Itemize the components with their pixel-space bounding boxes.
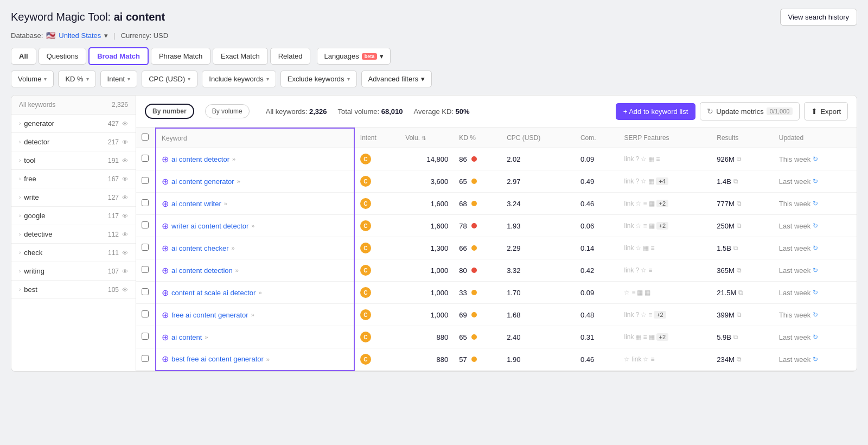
eye-icon[interactable]: 👁 <box>122 231 128 238</box>
copy-icon[interactable]: ⧉ <box>737 266 742 274</box>
eye-icon[interactable]: 👁 <box>122 120 128 127</box>
row-checkbox-cell[interactable] <box>136 326 156 348</box>
add-keyword-icon[interactable]: ⊕ <box>162 288 169 298</box>
sidebar-item-write[interactable]: › write 127 👁 <box>11 188 136 207</box>
row-checkbox-cell[interactable] <box>136 304 156 326</box>
refresh-icon[interactable]: ↻ <box>813 311 818 319</box>
sidebar-item-detective[interactable]: › detective 112 👁 <box>11 225 136 244</box>
eye-icon[interactable]: 👁 <box>122 176 128 182</box>
tab-all[interactable]: All <box>11 48 36 65</box>
add-keyword-icon[interactable]: ⊕ <box>162 354 169 364</box>
filter-volume[interactable]: Volume ▾ <box>11 71 54 87</box>
keyword-link[interactable]: ai content generator <box>171 177 234 186</box>
keyword-link[interactable]: ai content writer <box>171 200 221 208</box>
expand-icon[interactable]: » <box>232 245 235 251</box>
sidebar-item-check[interactable]: › check 111 👁 <box>11 244 136 262</box>
expand-icon[interactable]: » <box>205 334 208 340</box>
row-checkbox[interactable] <box>142 177 149 184</box>
sort-by-number-btn[interactable]: By number <box>145 104 194 119</box>
copy-icon[interactable]: ⧉ <box>737 222 742 230</box>
row-checkbox-cell[interactable] <box>136 348 156 371</box>
keyword-link[interactable]: best free ai content generator <box>171 355 264 363</box>
dropdown-icon[interactable]: ▾ <box>104 31 108 40</box>
expand-icon[interactable]: » <box>232 156 235 162</box>
row-checkbox[interactable] <box>142 244 149 251</box>
row-checkbox-cell[interactable] <box>136 237 156 259</box>
sidebar-item-writing[interactable]: › writing 107 👁 <box>11 262 136 281</box>
sidebar-item-google[interactable]: › google 117 👁 <box>11 207 136 225</box>
keyword-link[interactable]: content at scale ai detector <box>171 289 256 297</box>
tab-questions[interactable]: Questions <box>39 48 87 65</box>
copy-icon[interactable]: ⧉ <box>737 155 742 163</box>
add-to-keyword-list-button[interactable]: + Add to keyword list <box>616 103 696 120</box>
sidebar-item-tool[interactable]: › tool 191 👁 <box>11 151 136 170</box>
refresh-icon[interactable]: ↻ <box>813 266 818 274</box>
tab-broad-match[interactable]: Broad Match <box>88 47 149 65</box>
row-checkbox[interactable] <box>142 199 149 206</box>
tab-phrase-match[interactable]: Phrase Match <box>151 48 210 65</box>
export-button[interactable]: ⬆ Export <box>804 102 848 120</box>
eye-icon[interactable]: 👁 <box>122 250 128 256</box>
tab-related[interactable]: Related <box>270 48 311 65</box>
eye-icon[interactable]: 👁 <box>122 157 128 164</box>
add-keyword-icon[interactable]: ⊕ <box>162 221 169 231</box>
add-keyword-icon[interactable]: ⊕ <box>162 154 169 164</box>
row-checkbox-cell[interactable] <box>136 282 156 304</box>
select-all-header[interactable] <box>136 128 156 148</box>
copy-icon[interactable]: ⧉ <box>737 200 742 207</box>
copy-icon[interactable]: ⧉ <box>733 244 738 252</box>
row-checkbox[interactable] <box>142 333 149 340</box>
keyword-link[interactable]: writer ai content detector <box>171 222 248 230</box>
expand-icon[interactable]: » <box>237 178 240 185</box>
keyword-link[interactable]: ai content detector <box>171 155 229 163</box>
filter-exclude[interactable]: Exclude keywords ▾ <box>280 71 357 87</box>
advanced-filters-button[interactable]: Advanced filters ▾ <box>361 71 432 87</box>
eye-icon[interactable]: 👁 <box>122 268 128 275</box>
copy-icon[interactable]: ⧉ <box>737 355 742 363</box>
sort-by-volume-btn[interactable]: By volume <box>205 104 250 118</box>
row-checkbox[interactable] <box>142 155 149 162</box>
keyword-link[interactable]: ai content detection <box>171 266 233 275</box>
filter-include[interactable]: Include keywords ▾ <box>202 71 276 87</box>
refresh-icon[interactable]: ↻ <box>813 289 818 296</box>
add-keyword-icon[interactable]: ⊕ <box>162 176 169 187</box>
refresh-icon[interactable]: ↻ <box>813 244 818 252</box>
copy-icon[interactable]: ⧉ <box>733 177 738 185</box>
refresh-icon[interactable]: ↻ <box>813 333 818 341</box>
filter-intent[interactable]: Intent ▾ <box>100 71 138 87</box>
row-checkbox[interactable] <box>142 355 149 362</box>
tab-exact-match[interactable]: Exact Match <box>213 48 268 65</box>
eye-icon[interactable]: 👁 <box>122 287 128 293</box>
refresh-icon[interactable]: ↻ <box>813 222 818 230</box>
row-checkbox-cell[interactable] <box>136 170 156 193</box>
filter-cpc[interactable]: CPC (USD) ▾ <box>142 71 197 87</box>
update-metrics-button[interactable]: ↻ Update metrics 0/1,000 <box>700 102 800 120</box>
eye-icon[interactable]: 👁 <box>122 213 128 219</box>
refresh-icon[interactable]: ↻ <box>813 200 818 207</box>
row-checkbox[interactable] <box>142 221 149 228</box>
expand-icon[interactable]: » <box>224 200 227 207</box>
copy-icon[interactable]: ⧉ <box>733 333 738 341</box>
languages-button[interactable]: Languages beta ▾ <box>317 48 391 65</box>
refresh-icon[interactable]: ↻ <box>813 177 818 185</box>
row-checkbox-cell[interactable] <box>136 193 156 215</box>
volume-column-header[interactable]: Volu. ⇅ <box>400 128 454 148</box>
eye-icon[interactable]: 👁 <box>122 139 128 145</box>
row-checkbox-cell[interactable] <box>136 148 156 170</box>
add-keyword-icon[interactable]: ⊕ <box>162 265 169 276</box>
eye-icon[interactable]: 👁 <box>122 194 128 201</box>
filter-kd[interactable]: KD % ▾ <box>58 71 95 87</box>
add-keyword-icon[interactable]: ⊕ <box>162 243 169 253</box>
view-history-button[interactable]: View search history <box>780 9 857 26</box>
add-keyword-icon[interactable]: ⊕ <box>162 199 169 209</box>
keyword-link[interactable]: ai content <box>171 333 202 341</box>
sidebar-item-best[interactable]: › best 105 👁 <box>11 281 136 299</box>
expand-icon[interactable]: » <box>251 312 254 318</box>
row-checkbox[interactable] <box>142 310 149 317</box>
copy-icon[interactable]: ⧉ <box>738 289 743 296</box>
add-keyword-icon[interactable]: ⊕ <box>162 332 169 342</box>
row-checkbox[interactable] <box>142 288 149 295</box>
expand-icon[interactable]: » <box>235 267 239 274</box>
row-checkbox-cell[interactable] <box>136 259 156 282</box>
keyword-link[interactable]: ai content checker <box>171 244 229 252</box>
